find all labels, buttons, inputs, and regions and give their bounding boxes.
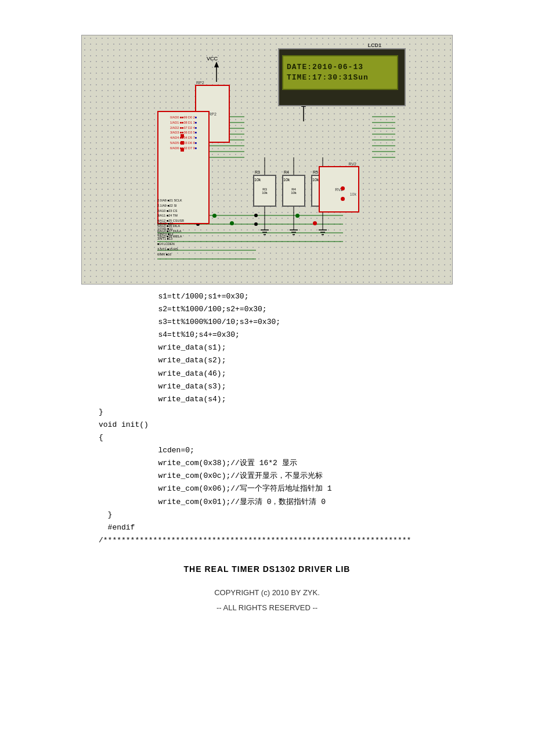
lcd-screen: DATE:2010-06-13 TIME:17:30:31Sun (282, 55, 398, 90)
svg-point-29 (254, 222, 258, 226)
svg-marker-1 (214, 62, 219, 67)
rv2-text: RV2 (349, 162, 357, 166)
code-line-1: s1=tt/1000;s1+=0x30; (99, 290, 435, 303)
r4-val-text: 10k (283, 178, 290, 182)
r3-val-text: 10k (254, 178, 261, 182)
code-line-18: } (99, 509, 435, 521)
rv2-val: 10k (350, 192, 356, 196)
code-line-19: #endif (99, 521, 435, 534)
lcd-label: LCD1 (367, 42, 381, 48)
rv2-box: RV2 (319, 166, 359, 213)
code-line-11: void init() (99, 419, 435, 431)
code-line-2: s2=tt%1000/100;s2+=0x30; (99, 303, 435, 316)
lcd-line-2: TIME:17:30:31Sun (287, 73, 394, 83)
code-line-4: s4=tt%10;s4+=0x30; (99, 329, 435, 341)
wire-dot-3 (295, 214, 300, 218)
svg-point-28 (254, 214, 258, 217)
code-line-14: write_com(0x38);//设置 16*2 显示 (99, 457, 435, 470)
r5-val-text: 10k (312, 178, 319, 182)
code-line-10: } (99, 406, 435, 419)
copyright-line-1: COPYRIGHT (c) 2010 BY ZYK. (81, 585, 453, 600)
pin-sq-3 (181, 148, 184, 152)
code-line-20: /***************************************… (99, 534, 435, 547)
wire-dot-4 (313, 221, 317, 225)
footer-section: THE REAL TIMER DS1302 DRIVER LIB COPYRIG… (81, 553, 453, 627)
circuit-diagram: VCC VCC VCC VCC LCD1 LM016L DATE:2010-06… (81, 35, 453, 285)
footer-title: THE REAL TIMER DS1302 DRIVER LIB (81, 564, 453, 574)
rp2-text: RP2 (196, 81, 204, 85)
pin-sq-1 (181, 134, 184, 138)
code-line-15: write_com(0x0c);//设置开显示，不显示光标 (99, 470, 435, 483)
footer-copyright: COPYRIGHT (c) 2010 BY ZYK. -- ALL RIGHTS… (81, 585, 453, 615)
lcd-line-1: DATE:2010-06-13 (287, 62, 394, 73)
page-container: VCC VCC VCC VCC LCD1 LM016L DATE:2010-06… (0, 0, 534, 756)
rv2-dot-2 (341, 197, 345, 201)
code-line-7: write_data(46); (99, 368, 435, 380)
code-line-12: { (99, 431, 435, 444)
r3-text: R3 (255, 170, 260, 174)
code-line-16: write_com(0x06);//写一个字符后地址指针加 1 (99, 483, 435, 495)
code-line-8: write_data(s3); (99, 380, 435, 393)
rp2-label: RP2 (208, 112, 217, 116)
port3-labels: 0/RXD ■10 1/TXD ■11 2/INT0 ■12 3/NT1 ■13… (157, 221, 178, 257)
port0-labels: 0/AD0 ■■99 D0 2■ 1/AD1 ■■38 D1 3■ 2/AD2 … (170, 115, 197, 151)
rv2-dot-1 (341, 186, 345, 190)
lcd-display: DATE:2010-06-13 TIME:17:30:31Sun (278, 48, 406, 106)
code-line-6: write_data(s2); (99, 354, 435, 367)
r5-text: R5 (313, 170, 318, 174)
code-line-3: s3=tt%1000%100/10;s3+=0x30; (99, 316, 435, 329)
vcc-text-1: VCC (207, 56, 218, 62)
r4-text: R4 (284, 170, 289, 174)
r4-value: 10k (291, 191, 297, 195)
wire-dot-2 (230, 221, 234, 225)
code-line-5: write_data(s1); (99, 341, 435, 354)
code-line-17: write_com(0x01);//显示清 0，数据指针清 0 (99, 496, 435, 509)
pin-sq-2 (181, 141, 184, 145)
code-line-9: write_data(s4); (99, 393, 435, 406)
wire-dot-1 (212, 214, 217, 218)
copyright-line-2: -- ALL RIGHTS RESERVED -- (81, 600, 453, 615)
code-line-13: lcden=0; (99, 444, 435, 457)
r3-value: 10k (262, 191, 268, 195)
code-section: s1=tt/1000;s1+=0x30; s2=tt%1000/100;s2+=… (81, 285, 453, 553)
